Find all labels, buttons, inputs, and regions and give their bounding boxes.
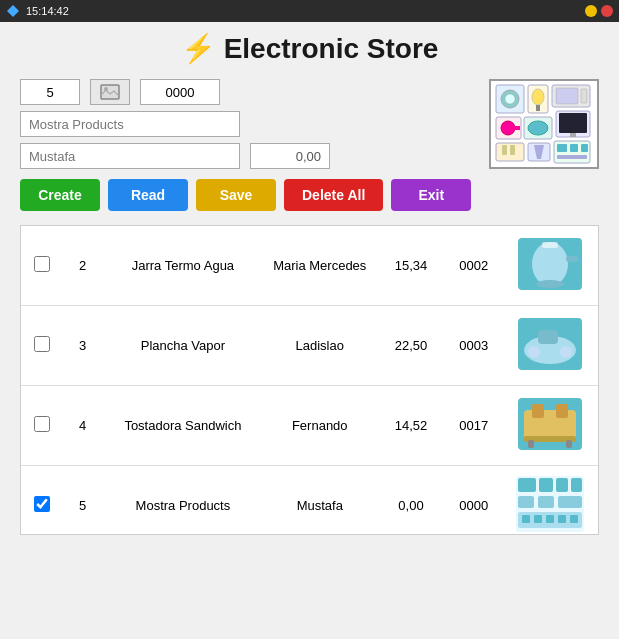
table-row: 3 Plancha Vapor Ladislao 22,50 0003 [21,306,598,386]
app-title: Electronic Store [224,33,439,65]
form-row-product [20,111,479,137]
main-content: ⚡ Electronic Store [0,22,619,639]
svg-rect-11 [581,89,587,103]
row-user: Fernando [263,386,377,466]
row-checkbox-cell[interactable] [21,226,62,306]
row-number: 2 [62,226,103,306]
row-image [502,306,598,386]
svg-rect-45 [528,440,534,448]
app-header: ⚡ Electronic Store [20,32,599,65]
row-checkbox[interactable] [34,416,50,432]
row-checkbox-cell[interactable] [21,386,62,466]
svg-point-5 [505,94,515,104]
row-product-name: Jarra Termo Agua [103,226,263,306]
svg-rect-60 [570,515,578,523]
svg-marker-0 [7,5,19,17]
buttons-row: Create Read Save Delete All Exit [20,179,599,211]
svg-rect-28 [581,144,588,152]
table-row: 5 Mostra Products Mustafa 0,00 0000 [21,466,598,536]
create-button[interactable]: Create [20,179,100,211]
id-field[interactable] [20,79,80,105]
app-icon [6,4,20,18]
svg-rect-19 [570,133,576,137]
products-table: 2 Jarra Termo Agua Maria Mercedes 15,34 … [21,226,598,535]
row-price: 15,34 [377,226,445,306]
title-bar-time: 15:14:42 [26,5,69,17]
svg-point-16 [528,121,548,135]
svg-rect-51 [571,478,582,492]
image-picker-button[interactable] [90,79,130,105]
svg-rect-54 [558,496,582,508]
svg-rect-22 [510,145,515,155]
svg-rect-32 [542,242,558,248]
form-row1 [20,79,479,105]
plug-icon: ⚡ [181,32,216,65]
exit-button[interactable]: Exit [391,179,471,211]
svg-rect-42 [532,404,544,418]
save-button[interactable]: Save [196,179,276,211]
form-row-name [20,143,479,169]
svg-point-7 [532,89,544,105]
svg-rect-26 [557,144,567,152]
product-image-svg [494,83,594,165]
svg-rect-46 [566,440,572,448]
row-price: 0,00 [377,466,445,536]
title-bar-controls [585,5,613,17]
table-row: 4 Tostadora Sandwich Fernando 14,52 0017 [21,386,598,466]
read-button[interactable]: Read [108,179,188,211]
svg-rect-29 [557,155,587,159]
svg-rect-52 [518,496,534,508]
row-user: Mustafa [263,466,377,536]
svg-rect-18 [559,113,587,133]
row-checkbox[interactable] [34,496,50,512]
title-bar-left: 15:14:42 [6,4,69,18]
svg-rect-49 [539,478,553,492]
svg-rect-37 [538,330,558,344]
products-table-wrapper[interactable]: 2 Jarra Termo Agua Maria Mercedes 15,34 … [20,225,599,535]
row-number: 3 [62,306,103,386]
code-field[interactable] [140,79,220,105]
svg-rect-56 [522,515,530,523]
svg-rect-21 [502,145,507,155]
form-left [20,79,479,169]
svg-rect-58 [546,515,554,523]
row-checkbox[interactable] [34,336,50,352]
svg-rect-48 [518,478,536,492]
row-number: 4 [62,386,103,466]
row-number: 5 [62,466,103,536]
svg-rect-27 [570,144,578,152]
svg-point-31 [532,242,568,286]
table-row: 2 Jarra Termo Agua Maria Mercedes 15,34 … [21,226,598,306]
close-button[interactable] [601,5,613,17]
svg-rect-8 [536,105,540,111]
svg-rect-33 [566,256,578,262]
svg-rect-53 [538,496,554,508]
row-image [502,226,598,306]
image-icon [100,84,120,100]
row-image [502,386,598,466]
row-checkbox[interactable] [34,256,50,272]
price-field[interactable] [250,143,330,169]
row-price: 22,50 [377,306,445,386]
row-checkbox-cell[interactable] [21,466,62,536]
svg-rect-10 [556,88,578,104]
row-checkbox-cell[interactable] [21,306,62,386]
row-code: 0000 [445,466,502,536]
product-field[interactable] [20,111,240,137]
row-code: 0003 [445,306,502,386]
svg-rect-43 [556,404,568,418]
row-user: Maria Mercedes [263,226,377,306]
form-area [20,79,599,169]
row-image [502,466,598,536]
minimize-button[interactable] [585,5,597,17]
name-field[interactable] [20,143,240,169]
delete-all-button[interactable]: Delete All [284,179,383,211]
svg-rect-59 [558,515,566,523]
row-product-name: Plancha Vapor [103,306,263,386]
svg-rect-57 [534,515,542,523]
row-code: 0017 [445,386,502,466]
svg-rect-50 [556,478,568,492]
product-image-preview [489,79,599,169]
row-product-name: Tostadora Sandwich [103,386,263,466]
svg-point-34 [536,280,564,288]
